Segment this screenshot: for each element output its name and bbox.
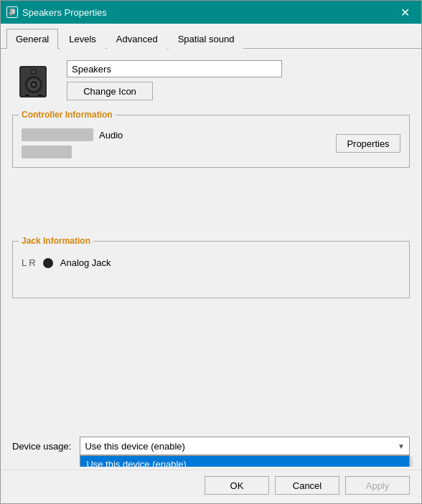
- chevron-down-icon: ▼: [398, 442, 405, 450]
- svg-rect-12: [25, 95, 29, 96]
- close-button[interactable]: ✕: [388, 1, 421, 24]
- device-usage-label: Device usage:: [12, 441, 71, 452]
- jack-lr-label: L R: [22, 257, 36, 268]
- bottom-buttons: OK Cancel Apply: [1, 470, 421, 503]
- title-bar-text: Speakers Properties: [22, 7, 388, 18]
- jack-circle-icon: [43, 258, 53, 268]
- main-content: Change Icon Controller Information Audio…: [1, 49, 421, 467]
- speakers-properties-window: Speakers Properties ✕ General Levels Adv…: [0, 0, 422, 504]
- properties-button[interactable]: Properties: [336, 134, 400, 153]
- device-icon: [12, 60, 55, 103]
- spacer3: [12, 369, 410, 431]
- device-usage-dropdown-popup: Use this device (enable) Don't use this …: [80, 455, 410, 467]
- tab-spatial-sound[interactable]: Spatial sound: [169, 29, 244, 49]
- spacer2: [12, 307, 410, 369]
- device-name-area: Change Icon: [67, 60, 282, 100]
- audio-label: Audio: [99, 130, 123, 141]
- tab-general[interactable]: General: [6, 29, 58, 49]
- apply-button[interactable]: Apply: [345, 476, 410, 495]
- controller-info-section: Controller Information Audio Properties: [12, 115, 410, 168]
- jack-row: L R Analog Jack: [22, 257, 400, 268]
- tab-levels[interactable]: Levels: [60, 29, 106, 49]
- cancel-button[interactable]: Cancel: [275, 476, 339, 495]
- controller-left: Audio: [22, 128, 123, 158]
- svg-point-9: [32, 83, 35, 86]
- jack-section-label: Jack Information: [19, 236, 93, 246]
- jack-type-label: Analog Jack: [60, 257, 111, 268]
- controller-section-label: Controller Information: [19, 110, 116, 120]
- tabs-container: General Levels Advanced Spatial sound: [1, 24, 421, 49]
- device-usage-dropdown-wrapper: Use this device (enable) ▼ Use this devi…: [80, 437, 410, 455]
- device-usage-dropdown[interactable]: Use this device (enable) ▼: [80, 437, 410, 455]
- title-bar: Speakers Properties ✕: [1, 1, 421, 24]
- ok-button[interactable]: OK: [205, 476, 269, 495]
- device-name-input[interactable]: [67, 60, 282, 77]
- controller-gray-bar-short: [22, 146, 72, 158]
- dropdown-option-enable[interactable]: Use this device (enable): [80, 456, 409, 467]
- device-usage-row: Device usage: Use this device (enable) ▼…: [12, 431, 410, 455]
- jack-info-section: Jack Information L R Analog Jack: [12, 241, 410, 298]
- device-section: Change Icon: [12, 60, 410, 103]
- controller-gray-bar-long: [22, 128, 93, 141]
- tab-advanced[interactable]: Advanced: [107, 29, 167, 49]
- svg-rect-13: [38, 95, 42, 96]
- svg-rect-3: [12, 9, 15, 14]
- change-icon-button[interactable]: Change Icon: [67, 82, 153, 100]
- svg-point-11: [32, 70, 36, 74]
- spacer1: [12, 179, 410, 241]
- window-icon: [6, 6, 18, 18]
- controller-row: Audio Properties: [22, 128, 400, 158]
- controller-name-row: Audio: [22, 128, 123, 141]
